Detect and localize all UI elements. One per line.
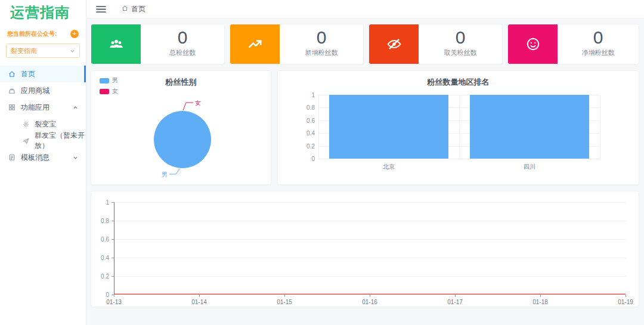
grid-icon xyxy=(8,104,16,111)
send-icon xyxy=(23,138,29,144)
stat-label: 净增粉丝数 xyxy=(558,48,639,57)
pie-chart: 女 男 xyxy=(91,71,272,185)
line-xtick-label: 01-13 xyxy=(101,299,127,305)
sidebar-item-features[interactable]: 功能应用 xyxy=(0,99,86,116)
sidebar-item-label: 应用商城 xyxy=(21,86,49,96)
gear-icon xyxy=(23,121,29,128)
bar-ytick-label: 1 xyxy=(293,92,315,98)
account-row: 您当前所在公众号: + xyxy=(0,22,86,38)
app-logo: 运营指南 xyxy=(0,0,86,22)
stat-body: 0 净增粉丝数 xyxy=(558,24,639,64)
line-xtick xyxy=(199,295,200,297)
eye-off-icon xyxy=(369,24,419,64)
sidebar-menu: 首页 应用商城 功能应用 裂变 xyxy=(0,66,86,166)
line-xtick xyxy=(284,295,285,297)
bar-gridline-vertical xyxy=(318,95,319,159)
home-icon xyxy=(8,70,16,78)
smiley-icon xyxy=(508,24,558,64)
shop-icon xyxy=(8,87,16,94)
line-ytick-label: 0.6 xyxy=(91,236,109,243)
bar-ytick-label: 0.2 xyxy=(293,143,315,150)
bar-gridline-vertical xyxy=(459,95,460,159)
chevron-up-icon xyxy=(73,105,78,110)
stat-card-net-fans: 0 净增粉丝数 xyxy=(507,24,639,64)
sidebar-item-app-store[interactable]: 应用商城 xyxy=(0,82,86,99)
sidebar-item-label: 群发宝（暂未开放） xyxy=(35,131,86,151)
stat-label: 取关粉丝数 xyxy=(419,48,502,57)
sidebar-item-fission-tool[interactable]: 裂变宝 xyxy=(0,116,86,132)
line-xtick xyxy=(626,295,626,297)
add-account-button[interactable]: + xyxy=(70,30,79,38)
line-xtick-label: 01-19 xyxy=(612,299,639,305)
hamburger-menu-icon[interactable] xyxy=(96,5,106,13)
stat-value: 0 xyxy=(558,27,639,48)
account-select[interactable]: 裂变指南 xyxy=(6,44,80,58)
breadcrumb[interactable]: 首页 xyxy=(122,4,145,14)
line-xtick-label: 01-16 xyxy=(357,299,383,305)
line-xtick xyxy=(455,295,456,297)
account-select-value: 裂变指南 xyxy=(11,47,37,55)
bar-北京 xyxy=(329,95,449,159)
pie-callout-male-line xyxy=(169,169,179,174)
bar-ytick-label: 0.4 xyxy=(293,130,315,137)
chevron-down-icon xyxy=(73,155,78,160)
stat-card-total-fans: 0 总粉丝数 xyxy=(91,24,225,64)
pie-callout-male-label: 男 xyxy=(162,171,168,178)
bar-category-label: 四川 xyxy=(506,163,553,171)
line-xtick xyxy=(370,295,370,297)
pie-slice-male xyxy=(154,111,211,168)
line-series-fans xyxy=(114,202,626,295)
line-chart-card: 10.80.60.40.2001-1301-1401-1501-1601-170… xyxy=(91,191,639,307)
line-ytick-label: 0.2 xyxy=(91,273,109,280)
stat-label: 新增粉丝数 xyxy=(280,48,363,57)
pie-callout-female-label: 女 xyxy=(195,100,201,106)
sidebar-item-template-message[interactable]: 模板消息 xyxy=(0,149,86,166)
chevron-down-icon xyxy=(70,45,75,56)
sidebar-item-label: 模板消息 xyxy=(21,153,49,163)
line-ytick-label: 1 xyxy=(91,199,109,206)
bar-ytick-label: 0 xyxy=(293,156,315,162)
line-xtick-label: 01-14 xyxy=(186,299,212,305)
home-icon xyxy=(122,5,128,13)
line-xtick xyxy=(114,295,114,297)
stat-body: 0 取关粉丝数 xyxy=(419,24,502,64)
sidebar-item-label: 裂变宝 xyxy=(35,119,56,129)
sidebar-item-label: 功能应用 xyxy=(21,103,49,113)
sidebar-item-label: 首页 xyxy=(21,69,35,79)
dashboard-page: 运营指南 您当前所在公众号: + 裂变指南 首页 应用商城 xyxy=(0,0,644,325)
line-ytick-label: 0.4 xyxy=(91,255,109,261)
bar-gridline-vertical xyxy=(600,95,600,159)
account-label: 您当前所在公众号: xyxy=(7,30,57,38)
stat-value: 0 xyxy=(141,27,224,48)
users-icon xyxy=(91,24,141,64)
bar-ytick-label: 0.6 xyxy=(293,117,315,124)
trending-up-icon xyxy=(230,24,280,64)
line-xtick-label: 01-15 xyxy=(271,299,298,305)
line-xtick xyxy=(540,295,541,297)
stat-body: 0 新增粉丝数 xyxy=(280,24,363,64)
topbar: 首页 xyxy=(86,0,644,18)
line-ytick-label: 0.8 xyxy=(91,218,109,224)
stat-label: 总粉丝数 xyxy=(141,48,224,57)
stat-body: 0 总粉丝数 xyxy=(141,24,224,64)
stat-value: 0 xyxy=(419,27,502,48)
bar-category-label: 北京 xyxy=(365,163,413,171)
stat-card-unfollow-fans: 0 取关粉丝数 xyxy=(369,24,503,64)
line-ytick-label: 0 xyxy=(91,292,109,298)
doc-icon xyxy=(8,154,16,161)
sidebar: 运营指南 您当前所在公众号: + 裂变指南 首页 应用商城 xyxy=(0,0,86,325)
bar-ytick-label: 0.8 xyxy=(293,104,315,111)
bar-chart-card: 粉丝数量地区排名 10.80.60.40.20北京四川 xyxy=(277,70,639,185)
bar-chart-title: 粉丝数量地区排名 xyxy=(278,77,639,88)
sidebar-item-home[interactable]: 首页 xyxy=(0,66,86,82)
bar-gridline xyxy=(318,159,600,159)
line-xtick-label: 01-17 xyxy=(442,299,468,305)
stat-card-new-fans: 0 新增粉丝数 xyxy=(230,24,364,64)
line-xtick-label: 01-18 xyxy=(527,299,553,305)
breadcrumb-label: 首页 xyxy=(131,4,145,14)
pie-callout-female-line xyxy=(183,103,193,110)
stat-value: 0 xyxy=(280,27,363,48)
pie-chart-card: 粉丝性别 男 女 女 男 xyxy=(91,70,271,185)
sidebar-item-mass-send-tool[interactable]: 群发宝（暂未开放） xyxy=(0,132,86,149)
bar-四川 xyxy=(470,95,590,159)
